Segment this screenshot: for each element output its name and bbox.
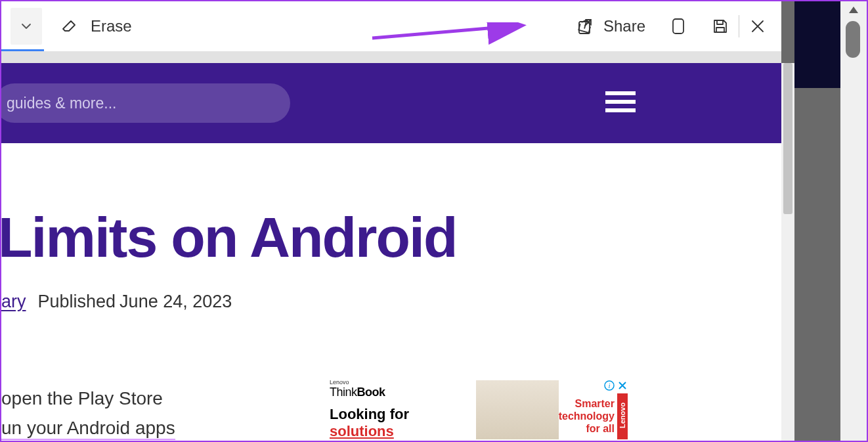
ad-thinkbook-logo: ThinkBook bbox=[330, 386, 463, 399]
erase-tool-button[interactable]: Erase bbox=[60, 16, 132, 36]
ad-info-icon[interactable]: i bbox=[604, 380, 615, 391]
copy-button[interactable] bbox=[664, 12, 693, 41]
window-scrollbar-thumb[interactable] bbox=[846, 21, 860, 58]
share-button[interactable]: Share bbox=[576, 17, 645, 35]
active-tool-indicator bbox=[1, 49, 44, 51]
search-input[interactable]: guides & more... bbox=[1, 83, 290, 123]
svg-text:i: i bbox=[608, 382, 610, 389]
close-button[interactable] bbox=[743, 12, 772, 41]
hamburger-icon bbox=[604, 89, 637, 115]
menu-button[interactable] bbox=[604, 89, 637, 118]
svg-marker-9 bbox=[849, 7, 858, 13]
captured-page: guides & more... Limits on Android ary bbox=[1, 63, 781, 441]
ad-tagline-3: for all bbox=[559, 422, 615, 435]
screenshot-toolbar: Erase Share bbox=[1, 1, 781, 51]
publish-label: Published bbox=[38, 292, 116, 312]
search-placeholder: guides & more... bbox=[7, 95, 116, 112]
svg-rect-4 bbox=[605, 91, 636, 95]
svg-rect-5 bbox=[605, 100, 636, 104]
background-panel bbox=[794, 1, 840, 88]
copy-icon bbox=[670, 16, 687, 36]
article-byline: ary Published June 24, 2023 bbox=[1, 292, 775, 312]
toolbar-gap bbox=[1, 51, 781, 63]
ad-small-brand: Lenovo bbox=[330, 379, 463, 386]
svg-rect-6 bbox=[605, 108, 636, 112]
svg-line-1 bbox=[372, 26, 520, 38]
save-button[interactable] bbox=[706, 12, 735, 41]
page-scrollbar[interactable] bbox=[781, 63, 794, 441]
body-line-2: un your Android apps bbox=[1, 418, 175, 440]
share-icon bbox=[576, 17, 594, 35]
ad-close-icon[interactable] bbox=[617, 380, 628, 391]
author-link[interactable]: ary bbox=[1, 292, 26, 312]
tool-dropdown-button[interactable] bbox=[11, 8, 42, 45]
toolbar-divider bbox=[739, 15, 739, 37]
article-title: Limits on Android bbox=[1, 209, 775, 265]
ad-headline: Looking for solutions bbox=[330, 406, 463, 440]
share-label: Share bbox=[603, 17, 645, 35]
chevron-down-icon bbox=[20, 20, 33, 33]
ad-product-image bbox=[476, 380, 559, 439]
publish-date: June 24, 2023 bbox=[119, 292, 232, 312]
window-scrollbar[interactable] bbox=[840, 1, 867, 441]
scroll-up-button[interactable] bbox=[840, 1, 867, 18]
erase-label: Erase bbox=[91, 17, 132, 35]
close-icon bbox=[750, 18, 766, 34]
ad-tagline-2: technology bbox=[559, 410, 615, 422]
annotation-arrow bbox=[369, 22, 533, 49]
ad-banner[interactable]: Lenovo ThinkBook Looking for solutions i bbox=[323, 378, 632, 441]
triangle-up-icon bbox=[848, 5, 859, 14]
page-scrollbar-thumb[interactable] bbox=[783, 63, 792, 214]
eraser-icon bbox=[60, 16, 80, 36]
ad-tagline-1: Smarter bbox=[559, 397, 615, 410]
svg-rect-3 bbox=[673, 19, 684, 33]
save-icon bbox=[711, 17, 729, 35]
site-header: guides & more... bbox=[1, 63, 781, 143]
lenovo-badge: Lenovo bbox=[617, 393, 628, 439]
